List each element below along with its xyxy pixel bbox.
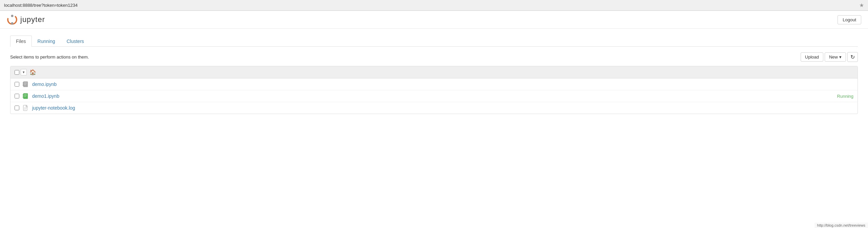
svg-rect-13 <box>23 97 24 98</box>
svg-rect-10 <box>23 93 28 99</box>
svg-rect-9 <box>24 85 26 85</box>
svg-rect-19 <box>24 108 26 108</box>
file-row: demo1.ipynb Running <box>10 90 858 102</box>
svg-rect-4 <box>23 83 24 83</box>
notebook-green-icon <box>23 93 29 99</box>
logout-button[interactable]: Logout <box>838 15 861 24</box>
svg-rect-3 <box>23 82 28 87</box>
notebook-gray-icon <box>23 81 29 87</box>
toolbar-actions: Upload New ▾ ↻ <box>801 52 858 62</box>
tab-clusters[interactable]: Clusters <box>61 36 90 47</box>
bookmark-star-icon[interactable]: ★ <box>859 2 864 8</box>
svg-rect-8 <box>24 84 27 84</box>
file-list-container: ▾ 🏠 demo.ipynb <box>10 66 858 114</box>
svg-rect-15 <box>24 95 27 96</box>
browser-bar: localhost:8888/tree?token=token1234 ★ <box>0 0 868 11</box>
file-checkbox-demo-ipynb[interactable] <box>15 82 19 87</box>
toolbar-row: Select items to perform actions on them.… <box>10 52 858 62</box>
logo-area: jupyter <box>7 14 45 25</box>
text-file-icon <box>23 105 29 111</box>
new-button-label: New <box>829 54 838 60</box>
svg-rect-5 <box>23 84 24 85</box>
home-button[interactable]: 🏠 <box>29 69 36 75</box>
new-button[interactable]: New ▾ <box>825 52 846 62</box>
svg-rect-20 <box>24 109 26 109</box>
new-dropdown-arrow: ▾ <box>839 54 842 60</box>
tabs: Files Running Clusters <box>10 36 858 47</box>
tab-running[interactable]: Running <box>32 36 61 47</box>
header: jupyter Logout <box>0 11 868 29</box>
logo-text: jupyter <box>20 15 45 24</box>
svg-rect-16 <box>24 96 26 97</box>
svg-rect-21 <box>24 109 26 110</box>
file-list-header: ▾ 🏠 <box>10 66 858 78</box>
file-link-demo-ipynb[interactable]: demo.ipynb <box>32 82 850 87</box>
tab-files[interactable]: Files <box>10 36 32 47</box>
file-row: demo.ipynb <box>10 78 858 90</box>
upload-button[interactable]: Upload <box>801 52 823 62</box>
main-content: Files Running Clusters Select items to p… <box>0 29 868 121</box>
file-link-demo1-ipynb[interactable]: demo1.ipynb <box>32 93 834 99</box>
select-all-checkbox[interactable] <box>15 70 19 75</box>
jupyter-logo-icon <box>7 14 18 25</box>
svg-rect-11 <box>23 94 24 95</box>
file-checkbox-log[interactable] <box>15 106 19 110</box>
svg-rect-12 <box>23 96 24 96</box>
toolbar-hint: Select items to perform actions on them. <box>10 54 89 60</box>
svg-rect-7 <box>24 83 27 83</box>
svg-point-2 <box>11 22 14 25</box>
svg-rect-6 <box>23 85 24 86</box>
select-dropdown-button[interactable]: ▾ <box>21 69 27 75</box>
svg-point-1 <box>11 15 14 17</box>
url-bar[interactable]: localhost:8888/tree?token=token1234 <box>4 3 78 8</box>
refresh-button[interactable]: ↻ <box>847 52 858 62</box>
file-checkbox-demo1-ipynb[interactable] <box>15 94 19 98</box>
file-link-log[interactable]: jupyter-notebook.log <box>32 105 850 111</box>
file-status-demo1-ipynb: Running <box>837 94 853 99</box>
select-all-area: ▾ <box>15 69 27 75</box>
svg-rect-14 <box>24 94 27 95</box>
file-row: jupyter-notebook.log <box>10 102 858 114</box>
